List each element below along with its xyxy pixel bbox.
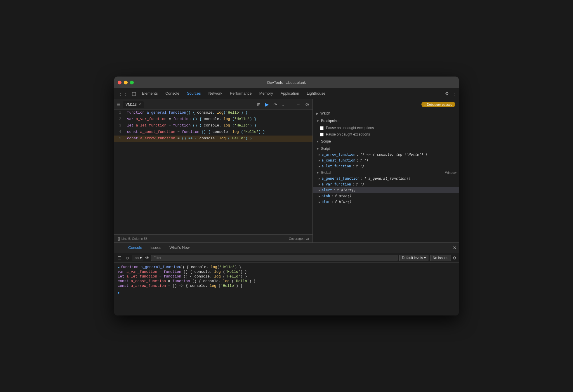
default-levels-button[interactable]: Default levels ▾ (399, 255, 428, 261)
coverage-status: Coverage: n/a (289, 237, 309, 240)
scope-item-triangle-icon: ▶ (319, 183, 320, 186)
code-line-3: 3 let a_let_function = function () { con… (114, 123, 312, 129)
watch-triangle-icon: ▶ (316, 112, 319, 115)
scope-item-triangle-icon: ▶ (319, 195, 320, 198)
maximize-button[interactable] (130, 81, 134, 84)
breakpoints-section-header[interactable]: ▼ Breakpoints (313, 117, 459, 125)
settings-icon[interactable]: ⚙ (445, 91, 449, 96)
tab-console-bottom[interactable]: Console (125, 243, 146, 253)
tab-issues-bottom[interactable]: Issues (147, 243, 165, 253)
step-into-icon[interactable]: ↓ (281, 101, 285, 108)
console-prompt-row[interactable]: ▶ (118, 290, 455, 295)
window-title: DevTools - about:blank (267, 80, 306, 85)
pause-uncaught-row[interactable]: Pause on uncaught exceptions (313, 125, 459, 131)
scope-item-triangle-icon: ▶ (319, 165, 320, 168)
scope-alert[interactable]: ▶ alert : f alert() (313, 187, 459, 193)
scope-a-var-function[interactable]: ▶ a_var_function : f () (313, 181, 459, 187)
console-settings-icon[interactable]: ⚙ (453, 256, 456, 260)
scope-item-triangle-icon: ▶ (319, 153, 320, 156)
scope-item-triangle-icon: ▶ (319, 189, 320, 192)
traffic-lights (118, 81, 134, 84)
tab-performance[interactable]: Performance (226, 88, 255, 99)
scope-a-let-function[interactable]: ▶ a_let_function : f () (313, 163, 459, 169)
clear-console-icon[interactable]: ⊘ (124, 255, 130, 261)
console-entry-3: let a_let_function = function () { conso… (118, 274, 455, 279)
inspector-icon[interactable]: ⋮⋮ (117, 91, 129, 96)
script-section[interactable]: ▼ Script (313, 145, 459, 152)
pause-caught-row[interactable]: Pause on caught exceptions (313, 131, 459, 138)
breakpoints-triangle-icon: ▼ (316, 119, 319, 123)
more-icon[interactable]: ⋮ (452, 91, 456, 96)
step-over-icon[interactable]: ↷ (272, 101, 278, 108)
scope-item-triangle-icon: ▶ (319, 177, 320, 180)
scope-section-header[interactable]: ▼ Scope (313, 138, 459, 145)
bottom-more-icon[interactable]: ⋮ (117, 245, 124, 251)
debug-panel: ℹ Debugger paused ▶ Watch ▼ Breakpoints … (313, 99, 459, 242)
debugger-paused-badge: ℹ Debugger paused (421, 102, 455, 107)
resume-icon[interactable]: ▶ (264, 101, 270, 108)
tab-whatsnew-bottom[interactable]: What's New (166, 243, 193, 253)
minimize-button[interactable] (124, 81, 128, 84)
console-arrow-icon: ▶ (118, 265, 120, 269)
script-triangle-icon: ▼ (316, 147, 319, 150)
scope-blur[interactable]: ▶ blur : f blur() (313, 199, 459, 205)
code-line-2: 2 var a_var_function = function () { con… (114, 116, 312, 123)
tab-console[interactable]: Console (162, 88, 183, 99)
console-output: ▶ function a_general_function() { consol… (114, 263, 459, 315)
no-issues-badge: No Issues (430, 255, 451, 261)
close-button[interactable] (118, 81, 121, 84)
code-editor[interactable]: 1 function a_general_function() { consol… (114, 110, 312, 234)
deactivate-breakpoints-icon[interactable]: ⊘ (304, 101, 310, 108)
show-navigator-icon[interactable]: ⊞ (256, 102, 262, 107)
scope-a-const-function[interactable]: ▶ a_const_function : f () (313, 157, 459, 163)
bottom-panel: ⋮ Console Issues What's New ✕ ☰ ⊘ top ▾ … (114, 242, 459, 315)
scope-a-arrow-function[interactable]: ▶ a_arrow_function : () => { console. lo… (313, 152, 459, 157)
console-entry-4: const a_const_function = function () { c… (118, 279, 455, 284)
console-filter-input[interactable] (151, 255, 398, 261)
console-prompt-icon: ▶ (118, 290, 120, 295)
console-toolbar: ☰ ⊘ top ▾ 👁 Default levels ▾ No Issues ⚙ (114, 253, 459, 263)
line-col-status: Line 5, Column 58 (121, 237, 147, 240)
tab-network[interactable]: Network (205, 88, 226, 99)
element-picker-icon[interactable]: ◱ (130, 91, 138, 96)
sidebar-toggle-icon[interactable]: ☰ (117, 102, 120, 107)
chevron-down-icon: ▾ (140, 256, 142, 260)
pause-caught-checkbox[interactable] (320, 133, 324, 136)
console-entry-1: ▶ function a_general_function() { consol… (118, 265, 455, 270)
eye-icon[interactable]: 👁 (145, 256, 149, 260)
status-bar: {} Line 5, Column 58 Coverage: n/a (114, 234, 312, 242)
code-line-1: 1 function a_general_function() { consol… (114, 110, 312, 116)
watch-section-header[interactable]: ▶ Watch (313, 110, 459, 117)
console-entry-5: const a_arrow_function = () => { console… (118, 284, 455, 288)
console-entry-2: var a_var_function = function () { conso… (118, 270, 455, 274)
scope-a-general-function[interactable]: ▶ a_general_function : f a_general_funct… (313, 176, 459, 181)
console-sidebar-icon[interactable]: ☰ (117, 255, 123, 261)
file-tab-close-icon[interactable]: ✕ (138, 103, 141, 106)
tab-lighthouse[interactable]: Lighthouse (303, 88, 329, 99)
tab-sources[interactable]: Sources (183, 88, 204, 99)
main-tabbar: ⋮⋮ ◱ Elements Console Sources Network Pe… (114, 88, 459, 99)
scope-triangle-icon: ▼ (316, 140, 319, 143)
tab-elements[interactable]: Elements (138, 88, 161, 99)
bottom-tabbar: ⋮ Console Issues What's New ✕ (114, 243, 459, 253)
bottom-panel-close-icon[interactable]: ✕ (453, 245, 456, 251)
tab-memory[interactable]: Memory (256, 88, 277, 99)
global-section[interactable]: ▼ Global Window (313, 169, 459, 176)
code-line-5: 5 const a_arrow_function = () => { conso… (114, 136, 312, 142)
file-tab-name: VM113 (126, 103, 137, 107)
file-tab[interactable]: VM113 ✕ (123, 101, 144, 108)
format-icon[interactable]: {} (118, 236, 120, 241)
source-panel: ☰ VM113 ✕ ⊞ ▶ ↷ ↓ ↑ → ⊘ (114, 99, 313, 242)
scope-atob[interactable]: ▶ atob : f atob() (313, 193, 459, 199)
global-triangle-icon: ▼ (316, 171, 319, 174)
context-selector[interactable]: top ▾ (132, 255, 143, 261)
scope-item-triangle-icon: ▶ (319, 159, 320, 162)
step-icon[interactable]: → (295, 101, 302, 108)
info-icon: ℹ (424, 103, 426, 106)
pause-uncaught-checkbox[interactable] (320, 126, 324, 130)
tabbar-right: ⚙ ⋮ (445, 91, 456, 96)
code-line-4: 4 const a_const_function = function () {… (114, 129, 312, 136)
scope-item-triangle-icon: ▶ (319, 200, 320, 204)
tab-application[interactable]: Application (277, 88, 303, 99)
step-out-icon[interactable]: ↑ (288, 101, 292, 108)
